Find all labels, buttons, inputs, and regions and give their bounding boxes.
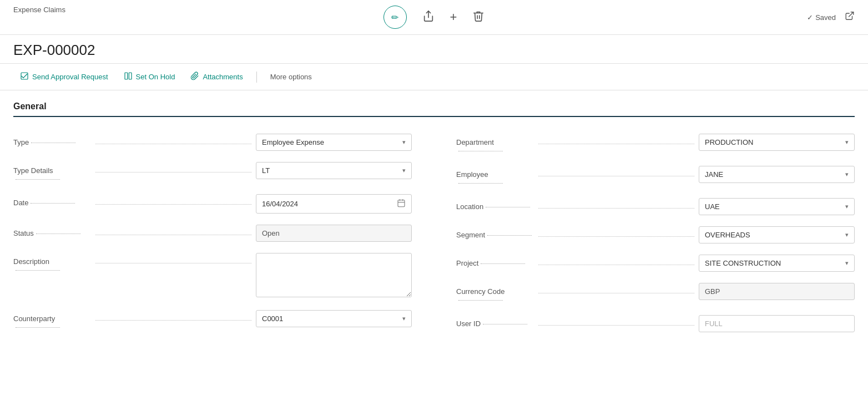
hold-icon [124, 72, 133, 82]
project-chevron-icon: ▾ [845, 260, 849, 267]
record-id: EXP-000002 [0, 35, 868, 63]
edit-button[interactable]: ✏ [383, 6, 407, 29]
type-select[interactable]: Employee Expense ▾ [256, 134, 412, 151]
employee-leader [538, 176, 694, 176]
external-link-icon [845, 11, 855, 24]
department-select[interactable]: PRODUCTION ▾ [699, 134, 855, 151]
type-row: Type Employee Expense ▾ [13, 128, 412, 156]
type-value: Employee Expense [262, 138, 324, 146]
counterparty-select[interactable]: C0001 ▾ [256, 310, 412, 327]
project-row: Project SITE CONSTRUCTION ▾ [456, 249, 855, 277]
type-chevron-icon: ▾ [402, 139, 406, 146]
date-input[interactable]: 16/04/2024 [256, 194, 412, 214]
employee-select[interactable]: JANE ▾ [699, 166, 855, 183]
segment-chevron-icon: ▾ [845, 231, 849, 238]
segment-leader [538, 236, 694, 237]
location-chevron-icon: ▾ [845, 203, 849, 210]
share-button[interactable] [422, 10, 435, 25]
toolbar-right: ✓ Saved [807, 11, 855, 24]
counterparty-field: C0001 ▾ [256, 310, 412, 327]
location-leader [538, 208, 694, 209]
department-leader [538, 144, 694, 144]
currency-code-label: Currency Code [456, 283, 534, 304]
project-field: SITE CONSTRUCTION ▾ [699, 255, 855, 272]
currency-code-row: Currency Code GBP [456, 277, 855, 309]
location-label: Location [456, 198, 534, 211]
svg-rect-5 [398, 200, 405, 207]
department-label: Department [456, 134, 534, 155]
counterparty-value: C0001 [262, 314, 283, 323]
type-details-select[interactable]: LT ▾ [256, 162, 412, 179]
share-icon [422, 10, 435, 25]
project-value: SITE CONSTRUCTION [705, 259, 781, 267]
type-label: Type [13, 134, 91, 146]
form-grid: Type Employee Expense ▾ Type Details LT … [0, 128, 868, 338]
breadcrumb: Expense Claims [13, 6, 65, 14]
paperclip-icon [190, 72, 199, 82]
project-leader [538, 265, 694, 265]
attachments-button[interactable]: Attachments [184, 68, 249, 85]
saved-status: ✓ Saved [807, 13, 836, 22]
plus-icon: + [450, 10, 457, 24]
employee-row: Employee JANE ▾ [456, 160, 855, 192]
svg-rect-3 [125, 73, 128, 79]
approval-icon [20, 72, 29, 82]
calendar-icon [397, 199, 406, 209]
description-row: Description [13, 247, 412, 304]
segment-select[interactable]: OVERHEADS ▾ [699, 226, 855, 243]
general-section: General Type Employee Expense ▾ Type Det… [0, 90, 868, 338]
user-id-row: User ID FULL [456, 309, 855, 338]
status-row: Status Open [13, 219, 412, 247]
delete-button[interactable] [472, 10, 485, 25]
svg-rect-4 [129, 73, 132, 79]
type-leader [95, 144, 251, 144]
type-details-value: LT [262, 166, 270, 175]
user-id-label: User ID [456, 315, 534, 328]
top-bar: Expense Claims ✏ + [0, 0, 868, 35]
type-details-row: Type Details LT ▾ [13, 156, 412, 189]
description-textarea[interactable] [256, 253, 412, 297]
currency-code-leader [538, 293, 694, 293]
more-options-button[interactable]: More options [264, 69, 319, 84]
status-leader [95, 235, 251, 235]
location-select[interactable]: UAE ▾ [699, 198, 855, 215]
counterparty-chevron-icon: ▾ [402, 315, 406, 322]
toolbar-center: ✏ + [383, 6, 485, 29]
svg-rect-2 [21, 73, 28, 79]
date-leader [95, 204, 251, 205]
currency-code-value: GBP [699, 283, 855, 300]
project-select[interactable]: SITE CONSTRUCTION ▾ [699, 255, 855, 272]
segment-row: Segment OVERHEADS ▾ [456, 221, 855, 249]
date-label: Date [13, 194, 91, 207]
segment-value: OVERHEADS [705, 231, 750, 239]
send-approval-label: Send Approval Request [32, 73, 108, 81]
description-label: Description [13, 253, 91, 274]
open-external-button[interactable] [845, 11, 855, 24]
project-label: Project [456, 255, 534, 267]
add-button[interactable]: + [450, 10, 457, 24]
action-divider [256, 72, 257, 83]
section-divider [13, 116, 855, 117]
location-row: Location UAE ▾ [456, 192, 855, 221]
department-chevron-icon: ▾ [845, 139, 849, 146]
department-field: PRODUCTION ▾ [699, 134, 855, 151]
user-id-value[interactable]: FULL [699, 315, 855, 332]
type-field: Employee Expense ▾ [256, 134, 412, 151]
svg-line-1 [849, 12, 854, 17]
employee-label: Employee [456, 166, 534, 187]
counterparty-leader [95, 320, 251, 321]
department-row: Department PRODUCTION ▾ [456, 128, 855, 160]
department-value: PRODUCTION [705, 138, 753, 146]
action-bar: Send Approval Request Set On Hold Attach… [0, 63, 868, 90]
counterparty-row: Counterparty C0001 ▾ [13, 304, 412, 337]
location-value: UAE [705, 202, 720, 211]
set-on-hold-button[interactable]: Set On Hold [117, 68, 182, 85]
employee-field: JANE ▾ [699, 166, 855, 183]
segment-label: Segment [456, 226, 534, 239]
type-details-field: LT ▾ [256, 162, 412, 179]
checkmark-icon: ✓ [807, 13, 813, 22]
currency-code-field: GBP [699, 283, 855, 300]
segment-field: OVERHEADS ▾ [699, 226, 855, 243]
send-approval-button[interactable]: Send Approval Request [13, 68, 115, 85]
form-right-column: Department PRODUCTION ▾ Employee JANE ▾ [434, 128, 855, 338]
